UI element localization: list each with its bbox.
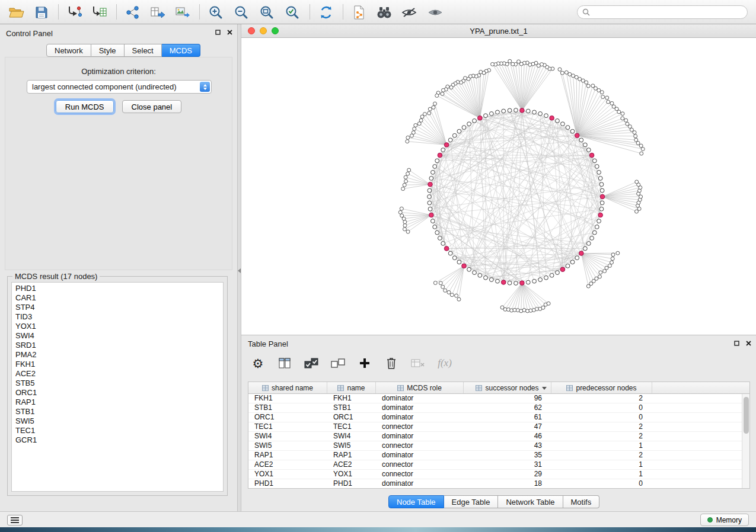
column-header-shared-name[interactable]: shared name: [248, 382, 327, 393]
table-row[interactable]: SWI5SWI5connector431: [248, 441, 742, 451]
network-node[interactable]: [600, 201, 604, 205]
sort-caret-icon[interactable]: [542, 387, 547, 390]
network-node[interactable]: [441, 242, 445, 246]
network-node[interactable]: [484, 275, 488, 280]
tab-style[interactable]: Style: [91, 44, 125, 57]
network-graph-svg[interactable]: [241, 38, 756, 335]
tab-edge-table[interactable]: Edge Table: [444, 495, 499, 508]
network-node[interactable]: [428, 201, 432, 205]
network-node[interactable]: [570, 129, 575, 133]
network-node[interactable]: [433, 102, 437, 105]
minimize-window-button[interactable]: [260, 27, 267, 34]
mcds-result-item[interactable]: SRD1: [12, 341, 223, 350]
network-node[interactable]: [640, 152, 643, 155]
tab-mcds[interactable]: MCDS: [162, 44, 200, 57]
network-node[interactable]: [460, 81, 463, 84]
network-node[interactable]: [414, 123, 417, 127]
criterion-dropdown[interactable]: largest connected component (undirected): [27, 80, 212, 94]
network-node[interactable]: [634, 210, 638, 213]
network-node[interactable]: [489, 278, 493, 282]
network-node[interactable]: [403, 183, 406, 187]
table-scrollbar[interactable]: [742, 394, 749, 488]
column-header-name[interactable]: name: [327, 382, 376, 393]
network-node-dominator[interactable]: [550, 116, 554, 120]
maximize-window-button[interactable]: [272, 27, 279, 34]
hide-graphics-button[interactable]: [397, 3, 421, 21]
network-node[interactable]: [401, 187, 405, 191]
network-node[interactable]: [556, 118, 560, 123]
network-node[interactable]: [595, 225, 599, 229]
network-node[interactable]: [600, 188, 604, 193]
network-node[interactable]: [413, 127, 416, 130]
network-node[interactable]: [467, 122, 471, 126]
network-node-dominator[interactable]: [589, 153, 594, 158]
import-table-button[interactable]: [88, 3, 111, 21]
network-node[interactable]: [607, 100, 610, 104]
network-node[interactable]: [435, 159, 439, 163]
network-node[interactable]: [601, 95, 605, 99]
mcds-result-list[interactable]: PHD1CAR1STP4TID3YOX1SWI4SRD1PMA2FKH1ACE2…: [11, 282, 224, 492]
network-node[interactable]: [448, 138, 452, 142]
network-node-dominator[interactable]: [429, 213, 434, 217]
network-node[interactable]: [433, 165, 437, 169]
network-node[interactable]: [428, 195, 432, 199]
network-node[interactable]: [491, 62, 495, 66]
network-node[interactable]: [610, 101, 614, 105]
export-network-button[interactable]: [121, 3, 145, 21]
network-node-dominator[interactable]: [444, 246, 449, 251]
tab-network[interactable]: Network: [46, 44, 91, 57]
network-node[interactable]: [439, 281, 442, 285]
network-node[interactable]: [591, 84, 595, 88]
network-node[interactable]: [457, 129, 461, 133]
network-node-dominator[interactable]: [428, 182, 433, 187]
network-node[interactable]: [635, 180, 639, 184]
network-node[interactable]: [441, 92, 444, 95]
network-node[interactable]: [496, 279, 500, 283]
network-node[interactable]: [599, 207, 604, 211]
network-node[interactable]: [473, 118, 477, 123]
network-node[interactable]: [583, 246, 587, 251]
table-row[interactable]: ORC1ORC1dominator610: [248, 413, 742, 422]
column-header-predecessor-nodes[interactable]: predecessor nodes: [551, 382, 652, 393]
network-node[interactable]: [428, 207, 432, 211]
network-node[interactable]: [452, 256, 457, 260]
float-panel-icon[interactable]: [734, 341, 739, 346]
mcds-result-item[interactable]: PHD1: [12, 284, 223, 293]
network-node[interactable]: [634, 138, 638, 142]
network-node-dominator[interactable]: [600, 194, 605, 199]
mcds-result-item[interactable]: STP4: [12, 303, 223, 312]
zoom-fit-button[interactable]: [255, 3, 279, 21]
network-node[interactable]: [626, 122, 629, 126]
network-node[interactable]: [586, 84, 590, 88]
network-node[interactable]: [597, 170, 601, 174]
network-node[interactable]: [404, 180, 408, 183]
network-node[interactable]: [634, 134, 637, 138]
network-node[interactable]: [508, 281, 512, 285]
network-node-dominator[interactable]: [520, 108, 525, 113]
network-node[interactable]: [514, 281, 518, 286]
network-node[interactable]: [538, 278, 543, 282]
mcds-result-item[interactable]: YOX1: [12, 322, 223, 331]
network-node[interactable]: [621, 112, 624, 116]
mcds-result-item[interactable]: CAR1: [12, 293, 223, 303]
network-node[interactable]: [478, 273, 482, 277]
show-columns-button[interactable]: [276, 355, 293, 371]
network-node[interactable]: [550, 273, 554, 277]
network-node[interactable]: [566, 126, 570, 130]
network-node[interactable]: [592, 230, 596, 235]
network-node-dominator[interactable]: [438, 153, 442, 158]
network-node[interactable]: [406, 136, 410, 139]
run-mcds-button[interactable]: Run MCDS: [56, 100, 114, 113]
network-node-dominator[interactable]: [598, 213, 603, 217]
table-row[interactable]: STB1STB1dominator620: [248, 403, 742, 413]
mcds-result-item[interactable]: FKH1: [12, 360, 223, 369]
network-node[interactable]: [448, 251, 452, 255]
network-node[interactable]: [435, 94, 439, 97]
mcds-result-item[interactable]: STB1: [12, 407, 223, 416]
network-node[interactable]: [441, 285, 445, 289]
network-node[interactable]: [489, 112, 493, 116]
close-panel-icon[interactable]: [746, 341, 751, 346]
network-node[interactable]: [599, 182, 604, 187]
tab-motifs[interactable]: Motifs: [563, 495, 600, 508]
network-node[interactable]: [608, 264, 611, 268]
